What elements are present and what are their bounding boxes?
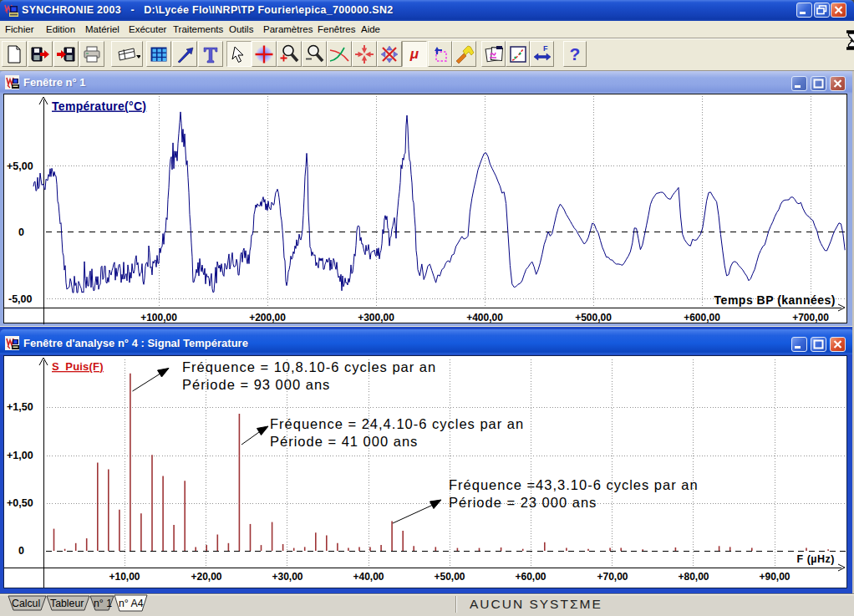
svg-text:+30,00: +30,00 (272, 571, 302, 583)
svg-text:+70,00: +70,00 (597, 571, 628, 583)
svg-text:μ: μ (409, 46, 419, 62)
svg-text:F: F (543, 44, 548, 53)
svg-text:Période = 23 000 ans: Période = 23 000 ans (449, 495, 597, 510)
svg-text:+600,00: +600,00 (684, 312, 720, 323)
svg-text:n° A4: n° A4 (119, 598, 144, 609)
svg-text:+1,50: +1,50 (7, 401, 33, 413)
svg-text:+40,00: +40,00 (353, 571, 384, 583)
svg-text:n° 1: n° 1 (94, 598, 112, 609)
svg-text:Temps BP (kannées): Temps BP (kannées) (714, 293, 836, 307)
svg-text:+1,00: +1,00 (7, 450, 33, 461)
svg-text:+700,00: +700,00 (792, 312, 829, 323)
svg-text:+300,00: +300,00 (358, 312, 394, 323)
svg-text:+500,00: +500,00 (575, 312, 612, 323)
svg-text:+50,00: +50,00 (434, 571, 465, 583)
svg-text:0: 0 (18, 545, 24, 557)
svg-text:Calcul: Calcul (12, 598, 40, 609)
svg-text:+20,00: +20,00 (191, 571, 221, 583)
svg-text:0: 0 (18, 227, 24, 238)
svg-text:+100,00: +100,00 (140, 312, 177, 323)
svg-text:F (µHz): F (µHz) (797, 553, 835, 565)
svg-text:+10,00: +10,00 (109, 571, 140, 583)
svg-text:Fréquence =43,3.10-6 cycles pa: Fréquence =43,3.10-6 cycles par an (449, 477, 699, 492)
svg-text:Tableur: Tableur (50, 598, 84, 609)
svg-text:Période = 93 000 ans: Période = 93 000 ans (182, 377, 330, 392)
svg-text:Fréquence = 24,4.10-6 cycles p: Fréquence = 24,4.10-6 cycles par an (270, 416, 524, 431)
svg-text:Fréquence = 10,8.10-6 cycles p: Fréquence = 10,8.10-6 cycles par an (182, 359, 436, 374)
svg-text:Période = 41 000 ans: Période = 41 000 ans (270, 434, 418, 449)
svg-text:+0,50: +0,50 (7, 497, 33, 509)
svg-text:+5,00: +5,00 (7, 160, 33, 172)
svg-text:?: ? (570, 44, 581, 64)
svg-text:S_Puis(F): S_Puis(F) (52, 360, 104, 373)
svg-text:Température(°C): Température(°C) (52, 99, 146, 113)
svg-text:+80,00: +80,00 (678, 571, 709, 583)
svg-text:+200,00: +200,00 (249, 312, 286, 323)
svg-text:+60,00: +60,00 (515, 571, 546, 583)
svg-text:-5,00: -5,00 (8, 293, 33, 305)
svg-text:+400,00: +400,00 (466, 312, 503, 323)
svg-text:+90,00: +90,00 (759, 571, 790, 583)
